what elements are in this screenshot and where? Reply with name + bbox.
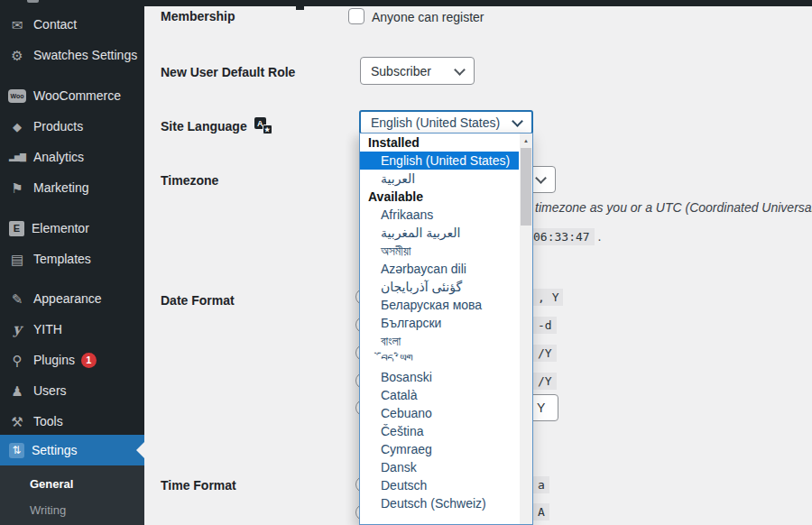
- language-option[interactable]: Deutsch: [360, 476, 519, 494]
- time-format-label: Time Format: [161, 478, 236, 493]
- anyone-can-register-checkbox[interactable]: [348, 8, 364, 24]
- timezone-label: Timezone: [161, 173, 218, 188]
- date-format-option-code: -d: [533, 317, 557, 334]
- utc-time-line: 06:33:47 .: [529, 229, 601, 244]
- translation-icon: A ★: [254, 117, 272, 134]
- admin-bar-remnant: [296, 6, 304, 10]
- sidebar-item-elementor[interactable]: EElementor: [0, 213, 144, 244]
- sidebar-item-templates[interactable]: ▤Templates: [0, 244, 144, 274]
- settings-icon: ⇅: [9, 443, 24, 458]
- sidebar-item-label: Plugins: [33, 353, 75, 367]
- language-option[interactable]: བོད་ཡིག: [360, 350, 519, 368]
- default-role-select[interactable]: Subscriber: [360, 57, 475, 85]
- sidebar-item-label: Products: [33, 119, 83, 134]
- site-language-label-text: Site Language: [161, 119, 247, 134]
- plugins-icon: ⚲: [8, 351, 26, 369]
- language-option[interactable]: Català: [360, 386, 519, 404]
- sidebar-item-label: Swatches Settings: [33, 48, 137, 62]
- sidebar-item-general[interactable]: General: [0, 472, 144, 495]
- analytics-icon: ▂▅▇: [8, 148, 26, 166]
- sidebar-item-label: Users: [33, 383, 67, 398]
- site-language-select[interactable]: English (United States): [359, 110, 533, 134]
- sidebar-item-label: Elementor: [32, 221, 89, 235]
- time-format-option-code: A: [533, 503, 549, 520]
- membership-label: Membership: [161, 9, 235, 23]
- language-options-list: InstalledEnglish (United States)العربيةA…: [360, 134, 519, 512]
- gear-icon: ⚙: [8, 46, 26, 64]
- date-format-option-code: /Y: [533, 345, 557, 362]
- language-group-header-available: Available: [360, 188, 519, 206]
- sidebar-item-contact[interactable]: ✉Contact: [0, 9, 144, 40]
- language-option[interactable]: گؤنئی آذربایجان: [360, 278, 519, 296]
- language-option[interactable]: English (United States): [360, 152, 519, 170]
- sidebar-item-appearance[interactable]: ✎Appearance: [0, 283, 144, 314]
- language-option[interactable]: Dansk: [360, 458, 519, 476]
- language-option[interactable]: Čeština: [360, 422, 519, 440]
- language-group-header-installed: Installed: [360, 134, 519, 152]
- settings-submenu: General Writing: [0, 465, 144, 525]
- sidebar-cutoff-icon: [27, 0, 39, 3]
- timezone-description-fragment: timezone as you or a UTC (Coordinated Un…: [535, 200, 812, 215]
- language-option[interactable]: Беларуская мова: [360, 296, 519, 314]
- sidebar-item-users[interactable]: ♟Users: [0, 375, 144, 406]
- sidebar-item-plugins[interactable]: ⚲Plugins1: [0, 345, 144, 375]
- site-language-label: Site Language A ★: [161, 117, 272, 134]
- site-language-value: English (United States): [371, 115, 500, 130]
- sidebar-item-woocommerce[interactable]: WooWooCommerce: [0, 80, 144, 111]
- language-option[interactable]: বাংলা: [360, 332, 519, 350]
- date-format-custom-value: Y: [537, 401, 545, 415]
- language-option[interactable]: Cymraeg: [360, 440, 519, 458]
- scrollbar-thumb[interactable]: [521, 148, 531, 226]
- sidebar-item-analytics[interactable]: ▂▅▇Analytics: [0, 142, 144, 172]
- sidebar-item-marketing[interactable]: ⚑Marketing: [0, 172, 144, 203]
- products-icon: ◆: [8, 117, 26, 135]
- sidebar-item-label: Templates: [33, 252, 91, 266]
- sidebar-item-label: Contact: [33, 17, 77, 32]
- sidebar-item-label: Tools: [33, 414, 63, 428]
- sidebar-item-swatches-settings[interactable]: ⚙Swatches Settings: [0, 40, 144, 70]
- scrollbar-up-arrow-icon[interactable]: ▲: [520, 134, 532, 148]
- date-format-option-code: /Y: [533, 373, 557, 390]
- language-option[interactable]: Bosanski: [360, 368, 519, 386]
- utc-time-suffix: .: [598, 229, 602, 244]
- wordpress-admin-page: General Writing ✉Contact⚙Swatches Settin…: [0, 0, 812, 525]
- users-icon: ♟: [8, 382, 26, 400]
- language-option[interactable]: Afrikaans: [360, 206, 519, 224]
- language-option[interactable]: العربية: [360, 170, 519, 188]
- utc-time-code: 06:33:47: [529, 228, 595, 245]
- sidebar-item-label: Analytics: [33, 150, 84, 164]
- default-role-value: Subscriber: [371, 64, 431, 78]
- appearance-icon: ✎: [8, 290, 26, 308]
- language-option[interactable]: Cebuano: [360, 404, 519, 422]
- woocommerce-icon: Woo: [8, 89, 26, 103]
- time-format-option-code: a: [533, 476, 549, 493]
- sidebar-item-label: YITH: [33, 322, 62, 336]
- language-option[interactable]: Azərbaycan dili: [360, 260, 519, 278]
- default-role-label: New User Default Role: [161, 65, 295, 79]
- tools-icon: ⚒: [8, 412, 26, 430]
- popup-scrollbar[interactable]: ▲: [520, 134, 532, 524]
- update-count-badge: 1: [81, 353, 97, 368]
- yith-icon: y: [8, 320, 26, 338]
- date-format-label: Date Format: [161, 293, 235, 308]
- date-format-option-code: , Y: [533, 289, 563, 306]
- sidebar-item-label: Settings: [32, 443, 78, 457]
- sidebar-item-writing[interactable]: Writing: [0, 498, 144, 521]
- language-option[interactable]: العربية المغربية: [360, 224, 519, 242]
- sidebar-item-settings[interactable]: ⇅Settings: [0, 435, 144, 465]
- anyone-can-register-label: Anyone can register: [372, 10, 484, 24]
- site-language-dropdown-popup: InstalledEnglish (United States)العربيةA…: [359, 133, 533, 525]
- sidebar-item-label: WooCommerce: [33, 88, 121, 103]
- language-option[interactable]: Български: [360, 314, 519, 332]
- sidebar-item-yith[interactable]: yYITH: [0, 314, 144, 345]
- sidebar-item-label: Marketing: [33, 180, 88, 195]
- templates-icon: ▤: [8, 250, 26, 268]
- language-option[interactable]: Deutsch (Schweiz): [360, 494, 519, 512]
- sidebar-item-label: Appearance: [33, 291, 102, 306]
- sidebar-menu: General Writing ✉Contact⚙Swatches Settin…: [0, 0, 144, 525]
- sidebar-item-products[interactable]: ◆Products: [0, 111, 144, 142]
- mail-icon: ✉: [8, 15, 26, 33]
- elementor-icon: E: [9, 221, 24, 236]
- language-option[interactable]: অসমীয়া: [360, 242, 519, 260]
- sidebar-item-tools[interactable]: ⚒Tools: [0, 406, 144, 437]
